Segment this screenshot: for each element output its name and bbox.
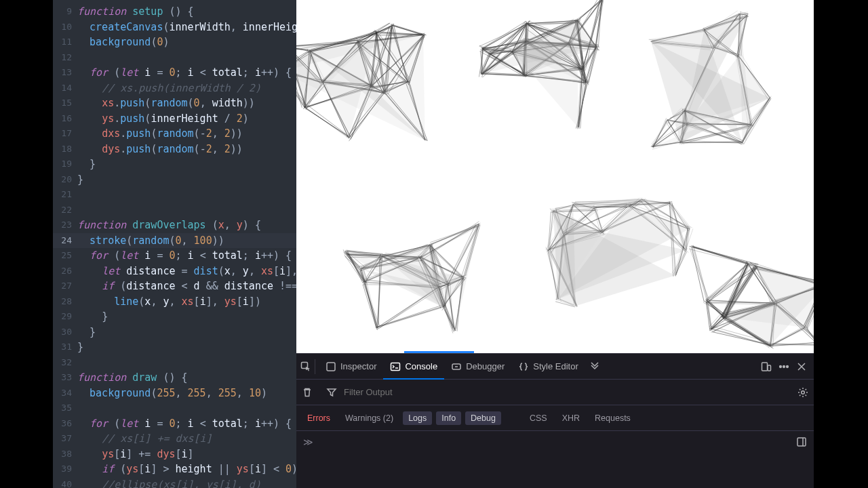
- cat-css[interactable]: CSS: [524, 411, 553, 425]
- cat-errors[interactable]: Errors: [302, 411, 336, 425]
- cat-debug[interactable]: Debug: [465, 411, 501, 425]
- tab-debugger[interactable]: Debugger: [444, 354, 511, 380]
- svg-rect-41: [768, 365, 771, 371]
- console-categories: Errors Warnings (2) Logs Info Debug CSS …: [296, 405, 814, 431]
- responsive-mode-icon[interactable]: [761, 361, 772, 372]
- funnel-icon: [326, 387, 337, 398]
- filter-output-input[interactable]: [344, 387, 791, 397]
- svg-rect-38: [391, 363, 400, 370]
- canvas-scroll-indicator: [404, 351, 474, 353]
- close-devtools-icon[interactable]: [796, 361, 807, 372]
- tab-debugger-label: Debugger: [466, 361, 505, 371]
- kebab-menu-icon[interactable]: [778, 361, 789, 372]
- cat-info[interactable]: Info: [436, 411, 461, 425]
- window-right-letterbox: [814, 0, 868, 488]
- svg-rect-37: [327, 363, 335, 371]
- console-filter-bar: [296, 380, 814, 405]
- tab-style-editor-label: Style Editor: [533, 361, 578, 371]
- editor-gutter: 9101112131415161718192021222324252627282…: [53, 0, 73, 488]
- editor-code-area[interactable]: function setup () { createCanvas(innerWi…: [77, 4, 296, 488]
- code-editor[interactable]: 9101112131415161718192021222324252627282…: [53, 0, 296, 488]
- svg-rect-40: [762, 363, 768, 371]
- tab-console[interactable]: Console: [383, 354, 444, 380]
- svg-point-43: [783, 365, 785, 367]
- tabs-overflow-icon[interactable]: [589, 361, 600, 372]
- tab-console-label: Console: [405, 361, 437, 371]
- svg-rect-46: [797, 438, 806, 446]
- pick-element-icon[interactable]: [300, 361, 311, 372]
- inspector-icon: [326, 361, 336, 372]
- tab-style-editor[interactable]: Style Editor: [511, 354, 585, 380]
- svg-point-44: [787, 365, 789, 367]
- split-console-icon[interactable]: [796, 436, 807, 447]
- style-editor-icon: [518, 361, 529, 372]
- tab-inspector[interactable]: Inspector: [319, 354, 383, 380]
- console-prompt[interactable]: ≫: [296, 431, 814, 488]
- tab-inspector-label: Inspector: [340, 361, 376, 371]
- console-settings-icon[interactable]: [797, 387, 808, 398]
- window-left-letterbox: [0, 0, 53, 488]
- cat-requests[interactable]: Requests: [589, 411, 636, 425]
- sketch-canvas: [296, 0, 814, 353]
- console-icon: [390, 361, 401, 372]
- svg-point-45: [802, 390, 805, 394]
- devtools-tabstrip: Inspector Console Debugger Style Editor: [296, 354, 814, 380]
- trash-icon[interactable]: [302, 387, 313, 398]
- cat-xhr[interactable]: XHR: [557, 411, 585, 425]
- prompt-chevron-icon: ≫: [303, 436, 313, 447]
- debugger-icon: [451, 361, 462, 372]
- svg-point-42: [780, 365, 782, 367]
- cat-warnings[interactable]: Warnings (2): [340, 411, 399, 425]
- cat-logs[interactable]: Logs: [403, 411, 432, 425]
- devtools-panel: Inspector Console Debugger Style Editor: [296, 353, 814, 488]
